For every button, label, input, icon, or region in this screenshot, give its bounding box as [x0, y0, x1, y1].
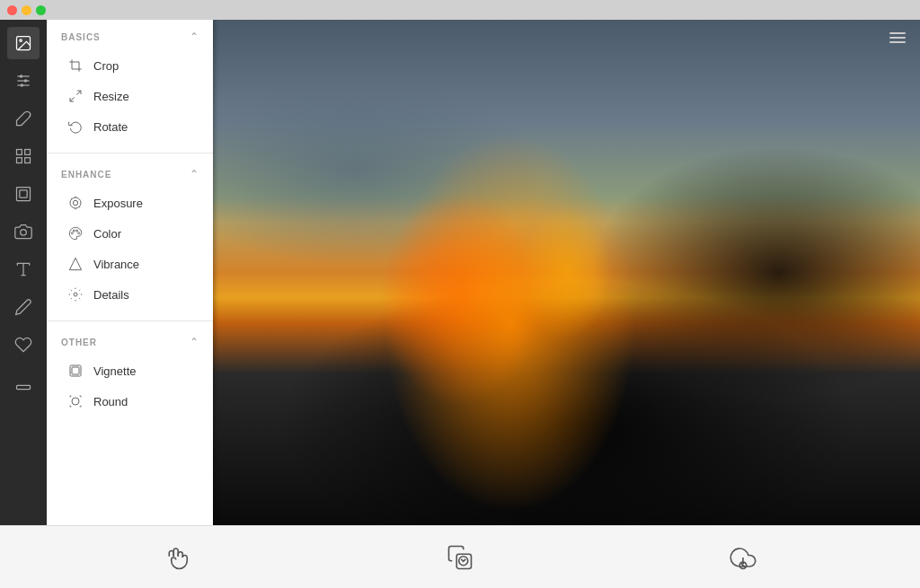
- enhance-section: ENHANCE ⌃ Exposure Color Vibrance Detail…: [47, 157, 213, 317]
- gallery-icon[interactable]: [7, 27, 40, 59]
- svg-point-5: [20, 75, 22, 77]
- camera-icon[interactable]: [7, 215, 40, 248]
- copy-button[interactable]: [447, 544, 473, 571]
- svg-rect-9: [25, 150, 31, 155]
- svg-point-28: [73, 230, 75, 232]
- rotate-icon: [68, 119, 83, 134]
- copy-icon: [447, 544, 473, 571]
- svg-point-29: [76, 230, 78, 232]
- round-label: Round: [93, 395, 128, 408]
- other-section: OTHER ⌃ Vignette Round: [47, 325, 213, 424]
- round-item[interactable]: Round: [47, 386, 213, 417]
- exposure-item[interactable]: Exposure: [47, 188, 213, 218]
- divider-1: [47, 153, 213, 154]
- svg-line-18: [76, 91, 81, 95]
- grid-icon[interactable]: [7, 140, 40, 172]
- svg-line-19: [70, 97, 75, 101]
- enhance-chevron-icon: ⌃: [190, 168, 199, 180]
- layers-icon[interactable]: [7, 366, 40, 399]
- divider-2: [47, 320, 213, 321]
- vibrance-icon: [68, 257, 83, 271]
- resize-icon: [68, 89, 83, 103]
- cloud-icon: [730, 544, 756, 571]
- other-chevron-icon: ⌃: [190, 336, 199, 348]
- basics-section-title: BASICS: [61, 32, 101, 42]
- svg-point-1: [20, 39, 22, 42]
- exposure-icon: [68, 196, 83, 210]
- text-icon[interactable]: [7, 253, 40, 285]
- resize-item[interactable]: Resize: [47, 81, 213, 111]
- svg-rect-8: [17, 150, 22, 155]
- svg-point-32: [74, 293, 77, 296]
- vignette-icon: [68, 364, 83, 378]
- svg-point-14: [21, 230, 27, 236]
- exposure-label: Exposure: [93, 197, 143, 210]
- svg-marker-31: [69, 258, 81, 269]
- crop-icon: [68, 58, 83, 73]
- brush-icon[interactable]: [7, 102, 40, 135]
- vibrance-item[interactable]: Vibrance: [47, 249, 213, 279]
- svg-rect-12: [17, 188, 31, 201]
- left-toolbar: [0, 20, 47, 525]
- svg-rect-11: [25, 158, 31, 163]
- svg-line-24: [71, 198, 72, 199]
- frame-icon[interactable]: [7, 178, 40, 210]
- minimize-button[interactable]: [22, 5, 31, 15]
- enhance-section-title: ENHANCE: [61, 170, 111, 180]
- cloud-button[interactable]: [730, 544, 756, 571]
- resize-label: Resize: [93, 90, 129, 103]
- svg-point-26: [73, 200, 77, 205]
- canvas-menu-button[interactable]: [886, 29, 909, 47]
- svg-rect-34: [72, 367, 79, 374]
- svg-point-30: [78, 233, 80, 234]
- svg-rect-13: [20, 190, 27, 197]
- enhance-section-header[interactable]: ENHANCE ⌃: [47, 168, 213, 188]
- color-icon: [68, 226, 83, 241]
- svg-rect-17: [17, 385, 31, 389]
- svg-point-20: [70, 197, 81, 208]
- details-icon: [68, 287, 83, 302]
- svg-point-7: [21, 83, 23, 86]
- sliders-icon[interactable]: [7, 65, 40, 97]
- touch-button[interactable]: [164, 544, 190, 571]
- crop-label: Crop: [93, 59, 119, 73]
- draw-icon[interactable]: [7, 291, 40, 323]
- details-item[interactable]: Details: [47, 279, 213, 310]
- basics-chevron-icon: ⌃: [190, 31, 199, 43]
- color-label: Color: [93, 227, 121, 241]
- canvas-area[interactable]: [213, 20, 920, 525]
- other-section-header[interactable]: OTHER ⌃: [47, 336, 213, 355]
- vibrance-label: Vibrance: [93, 258, 139, 271]
- window-title-bar: [0, 0, 920, 20]
- rotate-label: Rotate: [93, 120, 128, 134]
- image-overlay: [213, 20, 920, 525]
- rotate-item[interactable]: Rotate: [47, 111, 213, 142]
- svg-rect-10: [17, 158, 22, 163]
- basics-section-header[interactable]: BASICS ⌃: [47, 31, 213, 50]
- heart-icon[interactable]: [7, 329, 40, 361]
- details-label: Details: [93, 288, 129, 302]
- svg-rect-35: [72, 398, 79, 405]
- svg-line-25: [79, 206, 80, 207]
- close-button[interactable]: [7, 5, 17, 15]
- basics-section: BASICS ⌃ Crop Resize Rotate: [47, 20, 213, 149]
- side-panel: BASICS ⌃ Crop Resize Rotate ENHANCE ⌃: [47, 20, 213, 525]
- vignette-item[interactable]: Vignette: [47, 355, 213, 386]
- round-icon: [68, 394, 83, 408]
- svg-point-6: [24, 79, 27, 82]
- touch-icon: [164, 544, 190, 571]
- vignette-label: Vignette: [93, 364, 136, 378]
- bottom-bar: [0, 525, 920, 588]
- maximize-button[interactable]: [36, 5, 46, 15]
- app-container: BASICS ⌃ Crop Resize Rotate ENHANCE ⌃: [0, 20, 920, 525]
- crop-item[interactable]: Crop: [47, 50, 213, 81]
- other-section-title: OTHER: [61, 338, 97, 347]
- svg-point-27: [71, 233, 73, 234]
- canvas-image: [213, 20, 920, 525]
- color-item[interactable]: Color: [47, 218, 213, 249]
